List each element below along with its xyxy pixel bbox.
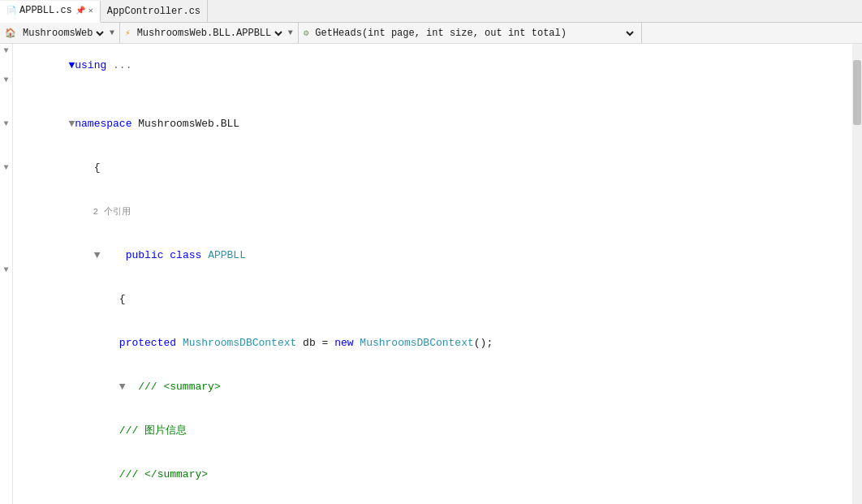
fold-line20 (0, 336, 12, 351)
tab-appcontroller[interactable]: AppController.cs (101, 0, 208, 22)
code-line-refcount1: 2 个引用 (18, 190, 862, 234)
fold-line10 (0, 190, 12, 205)
tab-close-appbll[interactable]: ✕ (88, 6, 93, 15)
tab-label-appcontroller: AppController.cs (107, 6, 200, 17)
scrollbar-track[interactable] (852, 44, 862, 504)
fold-brace1 (0, 88, 12, 102)
cs-file-icon: 📄 (6, 6, 16, 15)
fold-empty1 (0, 58, 12, 73)
nav-class-segment[interactable]: ⚡ MushroomsWeb.BLL.APPBLL ▼ (120, 23, 299, 43)
code-line-summary3: /// </summary> (18, 453, 862, 497)
method-icon: ⚙ (304, 28, 309, 38)
fold-line18 (0, 307, 12, 321)
fold-refcount2 (0, 248, 12, 263)
fold-line13 (0, 234, 12, 248)
fold-line19 (0, 321, 12, 336)
fold-line11 (0, 205, 12, 219)
fold-line21 (0, 351, 12, 365)
code-scroll-area[interactable]: ▼using ... ▼namespace MushroomsWeb.BLL {… (13, 44, 862, 504)
code-line-summary1: ▼ /// <summary> (18, 365, 862, 409)
fold-line27 (0, 438, 12, 453)
nav-bar: 🏠 MushroomsWeb ▼ ⚡ MushroomsWeb.BLL.APPB… (0, 23, 862, 44)
fold-namespace[interactable]: ▼ (0, 73, 12, 88)
code-editor: ▼ ▼ ▼ ▼ ▼ (0, 44, 862, 504)
code-line-dbctx: protected MushroomsDBContext db = new Mu… (18, 321, 862, 365)
code-line-brace2: { (18, 278, 862, 321)
fold-line26 (0, 424, 12, 438)
fold-class[interactable]: ▼ (0, 117, 12, 131)
code-line-param1: /// <param name="page"></param> (18, 497, 862, 504)
fold-protected (0, 146, 12, 161)
fold-line9 (0, 175, 12, 190)
nav-class-dropdown[interactable]: MushroomsWeb.BLL.APPBLL (134, 27, 285, 40)
fold-summary[interactable]: ▼ (0, 161, 12, 175)
nav-class-arrow: ▼ (288, 28, 293, 37)
code-line-1: ▼using ... (18, 44, 862, 88)
code-line-namespace: ▼namespace MushroomsWeb.BLL (18, 102, 862, 146)
fold-line23 (0, 380, 12, 394)
fold-gutter: ▼ ▼ ▼ ▼ ▼ (0, 44, 13, 504)
code-line-brace1: { (18, 146, 862, 190)
fold-line17 (0, 292, 12, 307)
nav-method-dropdown[interactable]: GetHeads(int page, int size, out int tot… (312, 27, 636, 40)
tab-pin-icon[interactable]: 📌 (75, 6, 85, 15)
fold-line12 (0, 219, 12, 234)
fold-using[interactable]: ▼ (0, 44, 12, 58)
tab-appbll[interactable]: 📄 APPBLL.cs 📌 ✕ (0, 1, 101, 23)
fold-method[interactable]: ▼ (0, 263, 12, 278)
fold-line24 (0, 394, 12, 409)
nav-project-arrow: ▼ (110, 28, 114, 37)
tab-label-appbll: APPBLL.cs (19, 5, 72, 16)
fold-refcount1 (0, 102, 12, 117)
editor-window: 📄 APPBLL.cs 📌 ✕ AppController.cs 🏠 Mushr… (0, 0, 862, 504)
nav-project-segment[interactable]: 🏠 MushroomsWeb ▼ (0, 23, 120, 43)
fold-line22 (0, 365, 12, 380)
class-icon: ⚡ (125, 28, 131, 38)
code-line-summary2: /// 图片信息 (18, 409, 862, 453)
tab-bar: 📄 APPBLL.cs 📌 ✕ AppController.cs (0, 0, 862, 23)
code-line-class: ▼ public class APPBLL (18, 234, 862, 278)
nav-method-segment[interactable]: ⚙ GetHeads(int page, int size, out int t… (299, 23, 643, 43)
code-line-blank1 (18, 88, 862, 102)
project-icon: 🏠 (5, 28, 16, 38)
fold-line28 (0, 453, 12, 467)
fold-brace2 (0, 131, 12, 146)
nav-project-dropdown[interactable]: MushroomsWeb (19, 27, 106, 40)
fold-line25 (0, 409, 12, 424)
scrollbar-thumb[interactable] (853, 60, 861, 125)
fold-line16 (0, 278, 12, 292)
